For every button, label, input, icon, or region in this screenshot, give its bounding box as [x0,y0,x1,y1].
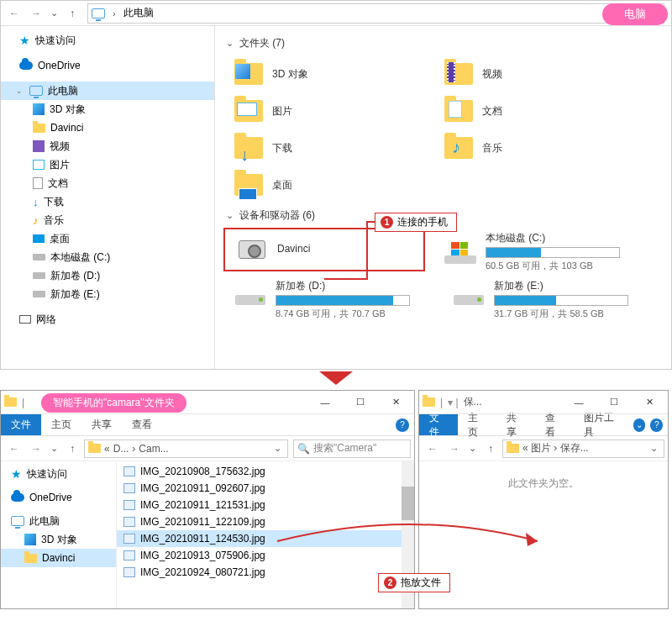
search-input[interactable]: 🔍搜索"Camera" [293,439,411,458]
tree-drive-c[interactable]: 本地磁盘 (C:) [1,248,214,266]
tree-drive-e[interactable]: 新加卷 (E:) [1,285,214,303]
tab-picture-tools[interactable]: 图片工具 [574,414,631,435]
section-folders-header[interactable]: ⌄文件夹 (7) [223,36,663,50]
folder-icon [33,124,45,133]
folder-videos[interactable]: 视频 [433,55,643,92]
tree-davinci[interactable]: Davinci [1,549,116,567]
image-icon [123,567,135,577]
usage-bar [494,295,628,306]
tree-3d-objects[interactable]: 3D 对象 [1,530,116,549]
back-button[interactable]: ← [4,439,24,459]
tab-share[interactable]: 共享 [81,414,122,435]
tree-quick-access[interactable]: ★快速访问 [1,31,214,50]
help-button[interactable]: ? [396,418,409,432]
tree-davinci[interactable]: Davinci [1,118,214,137]
folder-music[interactable]: ♪音乐 [433,129,643,166]
document-icon [33,177,43,189]
up-button[interactable]: ↑ [62,439,82,459]
music-icon: ♪ [33,214,39,227]
annotation-pill-camera: 智能手机的"camara"文件夹 [41,393,186,413]
address-bar[interactable]: «D...›Cam... ⌄ [84,439,288,458]
tab-share[interactable]: 共享 [496,414,535,435]
forward-button[interactable]: → [26,3,46,24]
os-drive-icon [444,240,476,264]
forward-button[interactable]: → [444,439,465,459]
file-row[interactable]: IMG_20210924_080721.jpg [117,564,414,581]
drive-c[interactable]: 本地磁盘 (C:) 60.5 GB 可用，共 103 GB [433,228,643,276]
cloud-icon [19,61,33,70]
tree-this-pc[interactable]: 此电脑 [1,512,116,530]
address-bar[interactable]: › 此电脑 ⌄ [87,3,636,24]
minimize-button[interactable]: — [564,394,594,411]
image-icon [123,483,135,493]
path-segment[interactable]: 此电脑 [123,6,154,20]
maximize-button[interactable]: ☐ [345,394,375,411]
folders-grid: 3D 对象 视频 图片 文档 ↓下载 ♪音乐 桌面 [223,55,663,203]
desktop-icon [239,188,257,200]
drive-d[interactable]: 新加卷 (D:) 8.74 GB 可用，共 70.7 GB [223,276,433,324]
usage-bar [276,295,410,306]
folder-pictures[interactable]: 图片 [223,92,433,129]
tree-videos[interactable]: 视频 [1,137,214,155]
tab-view[interactable]: 查看 [535,414,574,435]
tab-view[interactable]: 查看 [122,414,162,435]
annotation-callout-phone: 1 连接的手机 [375,213,457,232]
tree-3d-objects[interactable]: 3D 对象 [1,100,214,118]
tree-downloads[interactable]: ↓下载 [1,192,214,211]
up-button[interactable]: ↑ [62,3,82,24]
device-davinci[interactable]: Davinci [223,228,425,271]
tab-file[interactable]: 文件 [1,414,41,435]
annotation-callout-drag: 2 拖放文件 [378,573,450,592]
minimize-button[interactable]: — [310,394,340,411]
tree-onedrive[interactable]: OneDrive [1,488,116,507]
close-button[interactable]: ✕ [381,394,411,411]
file-row[interactable]: IMG_20210911_092607.jpg [117,480,414,497]
forward-button[interactable]: → [26,439,46,459]
file-row[interactable]: IMG_20210908_175632.jpg [117,463,414,480]
recent-dropdown[interactable]: ⌄ [466,443,479,454]
recent-dropdown[interactable]: ⌄ [48,443,60,454]
folder-documents[interactable]: 文档 [433,92,643,129]
folder-downloads[interactable]: ↓下载 [223,129,433,166]
maximize-button[interactable]: ☐ [599,394,629,411]
tab-file[interactable]: 文件 [419,414,458,435]
tree-onedrive[interactable]: OneDrive [1,56,214,75]
usage-bar [486,247,620,258]
up-button[interactable]: ↑ [480,439,501,459]
ribbon-expand[interactable]: ⌄ [633,418,646,432]
file-row[interactable]: IMG_20210911_124530.jpg [117,530,414,547]
file-list[interactable]: IMG_20210908_175632.jpg IMG_20210911_092… [117,461,414,608]
nav-bar: ← → ⌄ ↑ «D...›Cam... ⌄ 🔍搜索"Camera" [1,436,414,461]
picture-icon [237,103,257,116]
tree-network[interactable]: 网络 [1,310,214,329]
tree-music[interactable]: ♪音乐 [1,211,214,229]
tree-desktop[interactable]: 桌面 [1,229,214,248]
file-row[interactable]: IMG_20210913_075906.jpg [117,547,414,564]
tab-home[interactable]: 主页 [41,414,81,435]
tree-drive-d[interactable]: 新加卷 (D:) [1,266,214,285]
back-button[interactable]: ← [4,3,24,24]
folder-desktop[interactable]: 桌面 [223,166,433,203]
explorer-window-target: | ▾ | 保... — ☐ ✕ 文件 主页 共享 查看 图片工具 ⌄ ? ← … [418,390,669,609]
file-row[interactable]: IMG_20210911_122109.jpg [117,513,414,530]
tree-documents[interactable]: 文档 [1,174,214,192]
help-button[interactable]: ? [650,418,663,432]
nav-bar: ← → ⌄ ↑ « 图片 › 保存... ⌄ [419,436,668,461]
address-bar[interactable]: « 图片 › 保存... ⌄ [502,439,664,458]
tree-quick-access[interactable]: ★快速访问 [1,465,116,483]
star-icon: ★ [11,467,22,481]
image-icon [123,466,135,476]
folder-icon [4,397,17,407]
drive-e[interactable]: 新加卷 (E:) 31.7 GB 可用，共 58.5 GB [442,276,652,324]
folder-3d-objects[interactable]: 3D 对象 [223,55,433,92]
close-button[interactable]: ✕ [634,394,664,411]
tab-home[interactable]: 主页 [458,414,496,435]
music-icon: ♪ [452,138,460,157]
tree-this-pc[interactable]: ⌄此电脑 [1,82,214,100]
recent-dropdown[interactable]: ⌄ [48,8,60,18]
tree-pictures[interactable]: 图片 [1,155,214,174]
file-row[interactable]: IMG_20210911_121531.jpg [117,497,414,513]
back-button[interactable]: ← [423,439,443,459]
picture-icon [33,160,45,170]
monitor-icon [92,7,105,20]
